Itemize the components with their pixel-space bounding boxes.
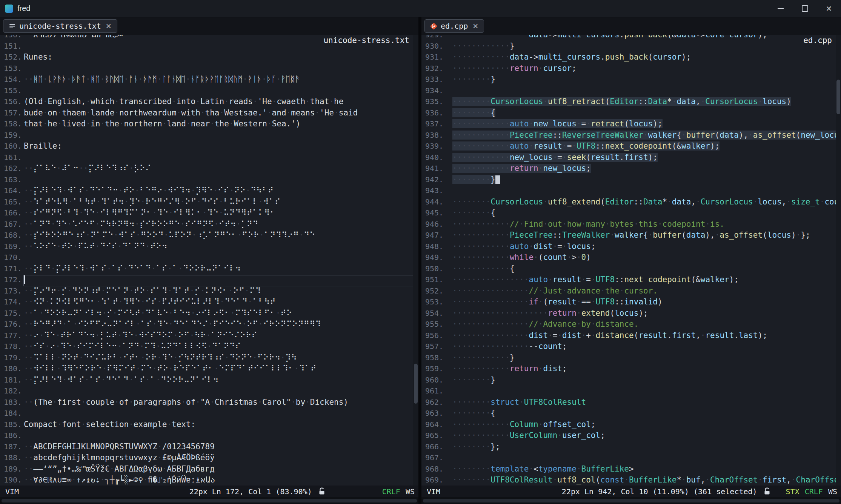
code-line[interactable]: 959.············return·dist; xyxy=(421,364,836,375)
code-line[interactable]: 932.············return·cursor; xyxy=(421,64,836,75)
code-line[interactable]: 186. xyxy=(0,431,413,442)
code-line[interactable]: 938.············PieceTree::ReverseTreeWa… xyxy=(421,131,836,142)
code-line[interactable]: 184. xyxy=(0,409,413,420)
code-line[interactable]: 952.················//·Just·advance·the·… xyxy=(421,286,836,298)
code-line[interactable]: 169.··⠡⠕⠎⠑·⠞⠕·⠏⠥⠞·⠙⠊⠎·⠙⠁⠝⠙·⠞⠕⠲ xyxy=(0,242,413,253)
code-line[interactable]: 933.········} xyxy=(421,75,836,86)
code-line[interactable]: 929.················data->multi_cursors.… xyxy=(421,35,836,41)
code-line[interactable]: 939.············auto·result·=·UTF8::next… xyxy=(421,141,836,153)
code-line[interactable]: 956.················dist·=·dist·+·distan… xyxy=(421,331,836,342)
code-line[interactable]: 943. xyxy=(421,186,836,197)
code-line[interactable]: 957.················--count; xyxy=(421,342,836,353)
code-line[interactable]: 152.Runes: xyxy=(0,52,413,64)
code-line[interactable]: 946.············//·Find·out·how·many·byt… xyxy=(421,220,836,231)
code-line[interactable]: 934. xyxy=(421,86,836,97)
close-button[interactable]: ✕ xyxy=(817,0,841,17)
tab-close-icon[interactable]: ✕ xyxy=(106,22,112,30)
code-line[interactable]: 185.Compact·font·selection·example·text: xyxy=(0,420,413,431)
code-line[interactable]: 153. xyxy=(0,64,413,75)
code-line[interactable]: 949.············while·(count·>·0) xyxy=(421,253,836,264)
editor-right[interactable]: ed.cpp 929.················data->multi_c… xyxy=(421,35,841,486)
tab-ed-cpp[interactable]: ed.cpp ✕ xyxy=(424,19,484,33)
code-line[interactable]: 183.··(The·first·couple·of·paragraphs·of… xyxy=(0,398,413,409)
code-line[interactable]: 165.··⠱⠁⠞⠑⠧⠻·⠁⠃⠳⠞·⠹⠁⠞⠲·⡹⠑·⠗⠑⠛⠊⠌⠻·⠕⠋·⠙⠊⠎·… xyxy=(0,197,413,209)
scrollbar-thumb[interactable] xyxy=(2,499,417,502)
maximize-button[interactable] xyxy=(793,0,817,17)
code-line[interactable]: 162.··⡌⠁⠧⠑·⠼⠁⠒··⡍⠜⠇⠑⠹⠰⠎·⡣⠕⠌ xyxy=(0,164,413,175)
minimize-button[interactable] xyxy=(769,0,793,17)
tab-close-icon[interactable]: ✕ xyxy=(472,22,478,30)
code-line[interactable]: 171.··⡕⠇⠙·⡍⠜⠇⠑⠹·⠺⠁⠎·⠁⠎·⠙⠑⠁⠙·⠁⠎·⠁·⠙⠕⠕⠗⠤⠝⠁… xyxy=(0,264,413,275)
code-line[interactable]: 178.··⠊⠎·⠔·⠹⠑·⠎⠊⠍⠊⠇⠑⠒·⠁⠝⠙·⠍⠹·⠥⠝⠙⠁⠇⠇⠪⠫·⠙⠁… xyxy=(0,342,413,353)
code-line[interactable]: 966.········}; xyxy=(421,442,836,453)
editor-left[interactable]: unicode-stress.txt 150.··እግርህን·በፍራሽህ·ልክ·… xyxy=(0,35,418,486)
code-line[interactable]: 954.····················return·extend(lo… xyxy=(421,309,836,320)
code-line[interactable]: 967. xyxy=(421,453,836,464)
code-line[interactable]: 190.··∀∂∈ℝ∧∪≡∞·↑↗↨↻⇣·┐┼╔╘░►☺♀·ﬁ�⑀₂ἠḂӥẄɐː… xyxy=(0,475,413,486)
code-area-right[interactable]: 929.················data->multi_cursors.… xyxy=(421,35,836,486)
code-line[interactable]: 179.··⠩⠁⠇⠇·⠝⠕⠞·⠙⠊⠌⠥⠗⠃·⠊⠞⠂·⠕⠗·⠹⠑·⡊⠳⠝⠞⠗⠹⠰⠎… xyxy=(0,353,413,364)
code-line[interactable]: 960.········} xyxy=(421,375,836,387)
scrollbar-thumb[interactable] xyxy=(414,364,418,404)
code-line[interactable]: 940.············new_locus·=·seek(result.… xyxy=(421,153,836,164)
code-line[interactable]: 163. xyxy=(0,175,413,186)
scrollbar-thumb[interactable] xyxy=(423,499,839,502)
code-line[interactable]: 188.··abcdefghijklmnopqrstuvwxyz·£©µÀÆÖÞ… xyxy=(0,453,413,464)
horizontal-scrollbar[interactable] xyxy=(0,497,418,504)
code-line[interactable]: 965.············UserColumn·user_col; xyxy=(421,431,836,442)
code-line[interactable]: 963.········{ xyxy=(421,409,836,420)
code-line[interactable]: 969.········UTF8ColResult·utf8_col(const… xyxy=(421,475,836,486)
code-line[interactable]: 168.··⡎⠊⠗⠕⠕⠛⠑⠰⠎·⠝⠁⠍⠑·⠺⠁⠎·⠛⠕⠕⠙·⠥⠏⠕⠝·⠰⡡⠁⠝⠛… xyxy=(0,230,413,242)
vertical-scrollbar[interactable] xyxy=(413,35,418,486)
code-line[interactable]: 157.bude·on·thaem·lande·northweardum·wit… xyxy=(0,108,413,120)
code-line[interactable]: 170. xyxy=(0,253,413,264)
code-line[interactable]: 931.············data->multi_cursors.push… xyxy=(421,52,836,64)
code-line[interactable]: 174.··⠪⠝·⠅⠝⠪⠇⠫⠛⠑⠂·⠱⠁⠞·⠹⠻⠑·⠊⠎·⠏⠜⠞⠊⠊⠥⠇⠜⠇⠹·… xyxy=(0,297,413,309)
code-line[interactable]: 161. xyxy=(0,153,413,164)
code-line[interactable]: 937.············auto·new_locus·=·retract… xyxy=(421,119,836,131)
unlock-icon[interactable] xyxy=(763,487,771,496)
code-line[interactable]: 948.············auto·dist·=·locus; xyxy=(421,242,836,253)
code-line[interactable]: 941.············return·new_locus; xyxy=(421,164,836,175)
unlock-icon[interactable] xyxy=(318,487,326,496)
code-line[interactable]: 964.············Column·offset_col; xyxy=(421,420,836,431)
code-line[interactable]: 951.················auto·result·=·UTF8::… xyxy=(421,275,836,286)
code-line[interactable]: 953.················if·(result·==·UTF8::… xyxy=(421,297,836,309)
code-line[interactable]: 166.··⠎⠊⠛⠝⠫·⠃⠹·⠹⠑·⠊⠇⠻⠛⠹⠍⠁⠝⠂·⠹⠑·⠊⠇⠻⠅⠂·⠹⠑·… xyxy=(0,208,413,220)
code-line[interactable]: 175.··⠁·⠙⠕⠕⠗⠤⠝⠁⠊⠇⠲·⡊·⠍⠊⠣⠞·⠙⠁⠧⠑·⠃⠑⠲·⠔⠊⠇⠔⠫… xyxy=(0,309,413,320)
code-line[interactable]: 950.············{ xyxy=(421,264,836,275)
code-line[interactable]: 945.········{ xyxy=(421,208,836,220)
code-line[interactable]: 167.··⠁⠝⠙·⠹⠑·⠡⠊⠑⠋·⠍⠳⠗⠝⠻⠲·⡎⠊⠗⠕⠕⠛⠑·⠎⠊⠛⠝⠫·⠊… xyxy=(0,220,413,231)
code-line[interactable]: 958.············} xyxy=(421,353,836,364)
vertical-scrollbar[interactable] xyxy=(836,35,841,486)
code-line[interactable]: 936.········{ xyxy=(421,108,836,120)
code-line[interactable]: 181.··⡍⠜⠇⠑⠹·⠺⠁⠎·⠁⠎·⠙⠑⠁⠙·⠁⠎·⠁·⠙⠕⠕⠗⠤⠝⠁⠊⠇⠲ xyxy=(0,375,413,387)
code-line[interactable]: 173.··⡍⠔⠙⠖·⡊·⠙⠕⠝⠰⠞·⠍⠑⠁⠝·⠞⠕·⠎⠁⠹·⠹⠁⠞·⡊·⠅⠝⠪… xyxy=(0,286,413,298)
code-line[interactable]: 955.················//·Advance·by·distan… xyxy=(421,320,836,331)
code-line[interactable]: 182. xyxy=(0,386,413,398)
code-line[interactable]: 177.··⠔·⠹⠑·⠞⠗⠁⠙⠑⠲·⡃⠥⠞·⠹⠑·⠺⠊⠎⠙⠕⠍·⠕⠋·⠳⠗·⠁⠝… xyxy=(0,331,413,342)
code-line[interactable]: 944.········CursorLocus·utf8_extend(Edit… xyxy=(421,197,836,209)
code-line[interactable]: 180.··⠺⠊⠇⠇·⠹⠻⠑⠋⠕⠗⠑·⠏⠻⠍⠊⠞·⠍⠑·⠞⠕·⠗⠑⠏⠑⠁⠞⠂·⠑… xyxy=(0,364,413,375)
code-line[interactable]: 947.············PieceTree::TreeWalker·wa… xyxy=(421,230,836,242)
pane-divider[interactable] xyxy=(418,17,421,504)
code-line[interactable]: 942.········} xyxy=(421,175,836,186)
code-line[interactable]: 961. xyxy=(421,386,836,398)
code-line[interactable]: 159. xyxy=(0,131,413,142)
code-line[interactable]: 155. xyxy=(0,86,413,97)
code-line[interactable]: 172. xyxy=(0,275,413,286)
code-line[interactable]: 158.that·he·lived·in·the·northern·land·n… xyxy=(0,119,413,131)
scrollbar-thumb[interactable] xyxy=(836,80,840,114)
code-line[interactable]: 930.············} xyxy=(421,41,836,53)
code-line[interactable]: 176.··⠗⠑⠛⠜⠙·⠁·⠊⠕⠋⠋⠔⠤⠝⠁⠊⠇·⠁⠎·⠹⠑·⠙⠑⠁⠙⠑⠌·⠏⠊… xyxy=(0,320,413,331)
code-line[interactable]: 164.··⡍⠜⠇⠑⠹·⠺⠁⠎·⠙⠑⠁⠙⠒·⠞⠕·⠃⠑⠛⠔·⠺⠊⠹⠲·⡹⠻⠑·⠊… xyxy=(0,186,413,197)
code-line[interactable]: 156.(Old·English,·which·transcribed·into… xyxy=(0,97,413,108)
code-area-left[interactable]: 150.··እግርህን·በፍራሽህ·ልክ·ዘርጋ።151.152.Runes:1… xyxy=(0,35,413,486)
code-line[interactable]: 968.········template·<typename·BufferLik… xyxy=(421,464,836,476)
horizontal-scrollbar[interactable] xyxy=(421,497,841,504)
code-line[interactable]: 154.··ᚻᛖ·ᚳᚹᚫᚦ·ᚦᚫᛏ·ᚻᛖ·ᛒᚢᛞᛖ·ᚩᚾ·ᚦᚫᛗ·ᛚᚪᚾᛞᛖ·ᚾ… xyxy=(0,75,413,86)
code-line[interactable]: 189.··–—‘“”„†•…‰™œŠŸž€·ΑΒΓΔΩαβγδω·АБВГДа… xyxy=(0,464,413,476)
code-line[interactable]: 187.··ABCDEFGHIJKLMNOPQRSTUVWXYZ·/012345… xyxy=(0,442,413,453)
code-line[interactable]: 160.Braille: xyxy=(0,141,413,153)
tab-unicode-stress-txt[interactable]: unicode-stress.txt ✕ xyxy=(3,19,117,33)
